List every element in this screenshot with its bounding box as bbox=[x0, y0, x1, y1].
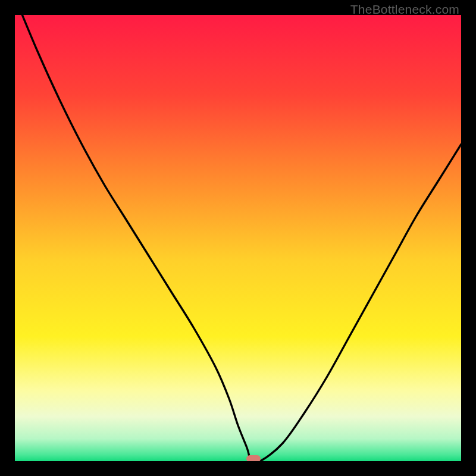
bottleneck-curve bbox=[15, 15, 461, 461]
optimal-marker bbox=[246, 455, 261, 461]
watermark-label: TheBottleneck.com bbox=[350, 2, 459, 17]
chart-frame: TheBottleneck.com bbox=[0, 0, 476, 476]
plot-area bbox=[15, 15, 461, 461]
